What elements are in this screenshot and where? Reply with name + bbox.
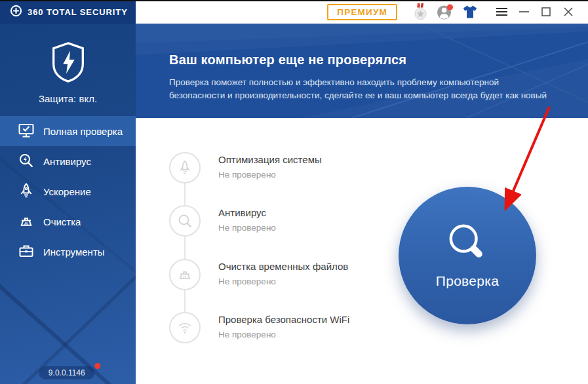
version-text: 9.0.0.1146	[49, 368, 85, 377]
sidebar-item-label: Ускорение	[43, 186, 91, 197]
close-icon[interactable]	[557, 2, 579, 22]
sidebar-item-label: Очистка	[43, 216, 81, 227]
main-content: Оптимизация системы Не проверено Антивир…	[136, 118, 588, 384]
menu-icon[interactable]	[490, 2, 513, 22]
sidebar: 360 TOTAL SECURITY Защита: вкл.	[0, 0, 136, 384]
checklist-item-title: Антивирус	[218, 207, 276, 218]
scan-button-label: Проверка	[436, 273, 499, 289]
circle-plus-icon	[10, 5, 22, 20]
magnifier-lightning-icon	[18, 152, 35, 171]
checklist-item-status: Не проверено	[218, 223, 276, 233]
premium-button[interactable]: ПРЕМИУМ	[327, 4, 397, 20]
protection-status-block: Защита: вкл.	[0, 41, 136, 104]
checklist-item-title: Оптимизация системы	[218, 154, 322, 165]
sidebar-item-label: Полная проверка	[43, 126, 123, 137]
sidebar-item-tools[interactable]: Инструменты	[0, 237, 136, 267]
titlebar: ПРЕМИУМ	[136, 0, 588, 24]
toolbox-icon	[18, 242, 35, 261]
magnifier-icon	[169, 205, 201, 237]
checklist-item-wifi: Проверка безопасности WiFi Не проверено	[169, 312, 349, 343]
sidebar-item-label: Инструменты	[43, 246, 105, 258]
sidebar-item-antivirus[interactable]: Антивирус	[0, 146, 136, 176]
checklist-item-antivirus: Антивирус Не проверено	[169, 205, 276, 237]
checklist-item-optimization: Оптимизация системы Не проверено	[169, 152, 322, 183]
checklist-item-title: Очистка временных файлов	[218, 261, 348, 272]
broom-icon	[169, 259, 201, 290]
app-window: 360 TOTAL SECURITY Защита: вкл.	[0, 0, 588, 384]
checklist-connector-line	[184, 168, 186, 328]
status-banner: Ваш компьютер еще не проверялся Проверка…	[136, 24, 588, 118]
protection-status-label: Защита: вкл.	[0, 93, 136, 104]
checklist-item-status: Не проверено	[218, 277, 348, 286]
checklist-item-status: Не проверено	[218, 170, 322, 180]
rocket-icon	[18, 182, 35, 201]
maximize-icon[interactable]	[535, 2, 557, 22]
scan-button[interactable]: Проверка	[399, 187, 536, 324]
update-notification-dot	[95, 363, 101, 369]
shield-lightning-icon	[50, 74, 87, 85]
page-title: Ваш компьютер еще не проверялся	[169, 52, 562, 67]
medal-icon[interactable]	[410, 2, 430, 22]
sidebar-menu: Полная проверка Антивирус	[0, 116, 136, 267]
logo-text: 360 TOTAL SECURITY	[28, 7, 128, 17]
sidebar-item-speedup[interactable]: Ускорение	[0, 176, 136, 206]
window-controls	[490, 2, 579, 22]
sidebar-item-cleanup[interactable]: Очистка	[0, 206, 136, 237]
minimize-icon[interactable]	[513, 2, 535, 22]
checklist-item-status: Не проверено	[218, 330, 349, 339]
checklist-item-title: Проверка безопасности WiFi	[218, 314, 349, 325]
magnifier-icon	[447, 222, 488, 265]
sidebar-item-full-check[interactable]: Полная проверка	[0, 116, 136, 146]
version-badge: 9.0.0.1146	[39, 366, 95, 379]
sidebar-item-label: Антивирус	[43, 156, 91, 167]
monitor-check-icon	[18, 122, 35, 141]
wifi-icon	[169, 312, 201, 343]
checklist-item-temp-files: Очистка временных файлов Не проверено	[169, 259, 348, 290]
rocket-icon	[169, 152, 201, 183]
account-icon[interactable]	[435, 2, 455, 22]
app-logo: 360 TOTAL SECURITY	[0, 0, 136, 24]
broom-icon	[18, 212, 35, 231]
theme-shirt-icon[interactable]	[460, 2, 480, 22]
page-description: Проверка поможет полностью и эффективно …	[169, 76, 557, 102]
